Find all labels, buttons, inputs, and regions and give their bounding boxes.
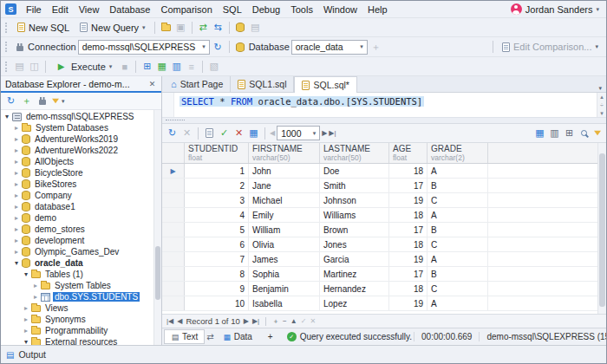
execute-button[interactable]: ▶ Execute ▾ [50,58,116,75]
grid-cell[interactable]: 9 [185,282,249,296]
disconnect-icon[interactable] [36,94,49,107]
row-selector[interactable] [162,252,185,266]
format-sql-icon[interactable]: ≡ [185,60,198,73]
row-selector[interactable] [162,237,185,251]
menu-item-tools[interactable]: Tools [285,3,318,16]
column-header-age[interactable]: AGEfloat [389,143,428,163]
expand-icon[interactable] [12,225,21,233]
grid-options-icon[interactable]: ▦ [247,127,260,140]
grid-cell[interactable]: Garcia [320,252,389,266]
expand-icon[interactable] [12,214,21,222]
tree-item[interactable]: AdventureWorks2022 [1,145,153,156]
open-file-icon[interactable] [160,21,173,34]
row-selector[interactable] [162,267,185,281]
grid-cell[interactable]: A [428,296,488,310]
database-tasks-icon[interactable] [234,21,247,34]
new-database-icon[interactable]: ＋ [369,41,382,54]
query-plan-icon[interactable]: ⊞ [140,60,153,73]
expand-icon[interactable] [12,158,21,166]
chevron-down-icon[interactable]: ▾ [62,98,65,105]
grid-cell[interactable]: A [428,208,488,222]
grid-cell[interactable]: John [249,164,320,178]
grid-cell[interactable]: Martinez [320,267,389,281]
append-record-icon[interactable]: ＋ [272,316,279,326]
expand-icon[interactable] [22,304,30,312]
grid-cell[interactable]: B [428,179,488,192]
grid-cell[interactable]: 2 [185,179,249,192]
grid-cell[interactable]: 17 [389,267,428,281]
collapse-icon[interactable] [22,270,30,278]
last-page-icon[interactable]: ▶| [329,129,336,137]
editor-results-splitter[interactable] [162,117,606,124]
expand-icon[interactable] [12,192,21,199]
tab-list-chevron-icon[interactable]: ▾ [598,85,602,92]
row-selector[interactable]: ▶ [162,164,185,178]
pin-results-icon[interactable]: ◫ [28,60,41,73]
grid-cell[interactable]: C [428,282,488,296]
expand-icon[interactable] [31,293,40,301]
results-grid-icon[interactable]: ▦ [155,60,168,73]
rollback-icon[interactable]: ✕ [232,127,245,140]
scrollbar-thumb[interactable] [155,246,160,300]
grid-cell[interactable]: 19 [389,252,428,266]
scroll-down-icon[interactable]: ▾ [600,110,604,117]
grid-cell[interactable]: 17 [389,179,428,192]
output-panel[interactable]: ▤ Output [1,345,606,363]
menu-item-view[interactable]: View [74,3,105,16]
grid-cell[interactable]: Benjamin [249,282,320,296]
grid-cell[interactable]: A [428,164,488,178]
tab-sql-sql-[interactable]: SQL.sql* [294,76,356,93]
editor-scrollbar[interactable]: ▴ ÷ ▾ [597,93,606,117]
toolbar-grip[interactable] [5,62,8,72]
grid-cell[interactable]: 3 [185,193,249,207]
menu-item-sql[interactable]: SQL [218,3,247,16]
grid-cell[interactable]: 17 [389,223,428,237]
tree-item[interactable]: BicycleStore [1,167,153,179]
grid-cell[interactable]: 8 [185,267,249,281]
expand-icon[interactable] [22,327,30,335]
grid-cell[interactable]: 18 [389,237,428,251]
first-record-icon[interactable]: |◀ [166,317,173,325]
menu-item-comparison[interactable]: Comparison [155,3,217,16]
grid-view-icon[interactable]: ▦ [533,127,546,140]
grid-cell[interactable]: Isabella [249,296,320,310]
prev-record-icon[interactable]: ◀ [177,317,182,325]
grid-cell[interactable]: Williams [320,208,389,222]
grid-cell[interactable]: Sophia [249,267,320,281]
collapse-icon[interactable] [3,113,11,120]
add-view-button[interactable]: + [261,329,280,344]
expand-icon[interactable] [22,315,30,323]
refresh-connection-icon[interactable]: ↻ [212,41,225,54]
database-combo[interactable]: oracle_data ▾ [291,40,368,55]
column-header-firstname[interactable]: FIRSTNAMEvarchar(50) [249,143,320,163]
grid-cell[interactable]: 18 [389,164,428,178]
refresh-results-icon[interactable]: ↻ [166,127,179,140]
delete-record-icon[interactable]: − [283,317,287,325]
post-edit-icon[interactable]: ✓ [301,317,307,325]
menu-item-help[interactable]: Help [362,3,393,16]
menu-item-edit[interactable]: Edit [47,3,74,16]
new-query-button[interactable]: New Query ▾ [75,21,150,35]
tab-sql1-sql[interactable]: SQL1.sql [231,76,294,92]
tree-item[interactable]: demo [1,212,153,224]
grid-cell[interactable]: 18 [389,208,428,222]
save-icon[interactable]: ▣ [174,21,187,34]
tree-item[interactable]: System Databases [1,122,153,133]
layout-icon[interactable]: ▤ [13,60,26,73]
grid-cell[interactable]: Olivia [249,237,320,251]
expand-icon[interactable] [12,146,21,154]
grid-cell[interactable]: Emily [249,208,320,222]
menu-item-database[interactable]: Database [104,3,155,16]
grid-cell[interactable]: Jane [249,179,320,192]
row-selector[interactable] [162,282,185,296]
next-record-icon[interactable]: ▶ [244,317,249,325]
expand-icon[interactable] [12,237,21,244]
expand-icon[interactable] [12,124,21,132]
tab-data[interactable]: ▦ Data [216,329,259,344]
tree-item[interactable]: AdventureWorks2019 [1,133,153,145]
comment-icon[interactable]: ▧ [207,60,220,73]
row-selector[interactable] [162,296,185,310]
grid-cell[interactable]: 4 [185,208,249,222]
schema-compare-icon[interactable]: ⇄ [197,21,210,34]
tree-item[interactable]: External resources [1,336,153,345]
